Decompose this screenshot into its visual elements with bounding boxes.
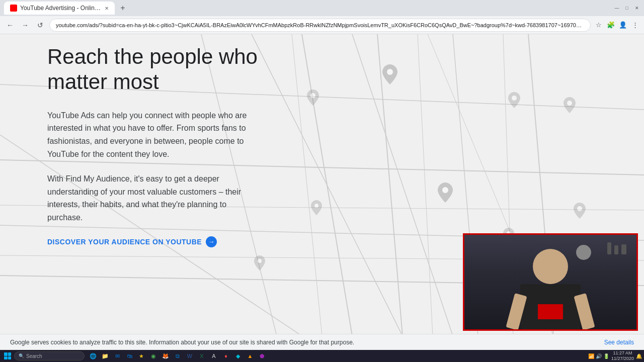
svg-point-19 [310,93,315,98]
refresh-button[interactable]: ↺ [34,19,46,31]
map-pin-7 [574,203,586,219]
win-logo-q3 [4,356,8,360]
tray-battery-icon[interactable]: 🔋 [603,353,609,359]
menu-icon[interactable]: ⋮ [630,20,640,30]
win-logo-q4 [8,356,12,360]
taskbar-search-icon: 🔍 [19,353,24,358]
url-text: youtube.com/ads/?subid=ca-en-ha-yt-bk-c-… [56,22,584,28]
cookie-banner: Google serves cookies to analyze traffic… [0,334,644,350]
taskbar-app-misc1[interactable]: A [208,351,219,361]
cookie-see-details-link[interactable]: See details [604,339,634,346]
windows-taskbar: 🔍 Search 🌐 📁 ✉ 🛍 ★ ◉ 🦊 ⧉ W X A ♦ ◆ ▲ ⬟ 📶… [0,350,644,362]
video-overlay[interactable] [463,233,638,331]
taskbar-app-vscode[interactable]: ⧉ [172,351,183,361]
taskbar-app-word[interactable]: W [184,351,195,361]
taskbar-pinned-apps: 🌐 📁 ✉ 🛍 ★ ◉ 🦊 ⧉ W X A ♦ ◆ ▲ ⬟ [88,351,268,361]
person-silhouette [515,249,586,329]
browser-titlebar: YouTube Advertising - Online V... ✕ + — … [0,0,644,16]
shirt-logo-patch [538,304,563,319]
cta-text: DISCOVER YOUR AUDIENCE ON YOUTUBE [47,238,202,246]
taskbar-time-display: 11:27 AM [613,350,632,356]
address-input[interactable]: youtube.com/ads/?subid=ca-en-ha-yt-bk-c-… [49,19,591,32]
browser-tab[interactable]: YouTube Advertising - Online V... ✕ [4,2,115,15]
taskbar-app-chrome[interactable]: ◉ [148,351,159,361]
svg-point-24 [577,206,582,211]
taskbar-app-excel[interactable]: X [196,351,207,361]
tray-network-icon[interactable]: 📶 [588,353,594,359]
page-content: Reach the people who matter most YouTube… [0,34,644,334]
map-pin-4 [564,97,576,113]
cookie-text: Google serves cookies to analyze traffic… [10,339,600,346]
person-head [533,249,568,284]
profile-icon[interactable]: 👤 [618,20,628,30]
taskbar-app-folder[interactable]: 📁 [100,351,111,361]
taskbar-date-display: 11/27/2020 [611,356,634,361]
person-container [515,249,586,329]
system-tray-icons: 📶 🔊 🔋 [588,353,609,359]
map-pin-2 [307,89,319,106]
new-tab-button[interactable]: + [117,2,129,14]
taskbar-app-misc4[interactable]: ▲ [245,351,256,361]
win-logo-q1 [4,352,8,356]
windows-logo-icon [4,352,11,359]
main-heading: Reach the people who matter most [47,44,262,95]
bookmark-star-icon[interactable]: ☆ [594,20,604,30]
map-pin-1 [382,64,397,84]
taskbar-app-firefox[interactable]: 🦊 [160,351,171,361]
taskbar-search-label: Search [26,353,42,359]
cta-arrow-icon: → [206,236,217,247]
taskbar-system-tray: 📶 🔊 🔋 11:27 AM 11/27/2020 🔔 [588,350,642,361]
minimize-button[interactable]: — [614,5,620,11]
discover-audience-link[interactable]: DISCOVER YOUR AUDIENCE ON YOUTUBE → [47,236,217,247]
svg-point-20 [512,96,517,101]
win-logo-q2 [8,352,12,356]
svg-point-22 [442,187,448,193]
start-button[interactable] [2,351,13,361]
taskbar-app-misc3[interactable]: ◆ [232,351,244,361]
map-pin-6 [311,200,322,215]
content-area: Reach the people who matter most YouTube… [0,34,282,334]
tab-close-button[interactable]: ✕ [105,6,109,11]
address-bar: ← → ↺ youtube.com/ads/?subid=ca-en-ha-yt… [0,16,644,34]
maximize-button[interactable]: □ [624,5,630,11]
taskbar-app-app1[interactable]: ★ [136,351,147,361]
taskbar-app-email[interactable]: ✉ [112,351,123,361]
taskbar-app-store[interactable]: 🛍 [124,351,135,361]
shelf-items [607,242,626,254]
map-pin-3 [508,92,520,108]
taskbar-app-misc5[interactable]: ⬟ [257,351,268,361]
tray-notifications-icon[interactable]: 🔔 [636,353,642,359]
svg-line-9 [292,34,322,334]
taskbar-app-misc2[interactable]: ♦ [220,351,231,361]
tab-label: YouTube Advertising - Online V... [20,5,102,12]
shelf-item-1 [607,242,611,254]
tab-favicon [10,5,17,12]
taskbar-search-box[interactable]: 🔍 Search [14,351,85,360]
svg-line-10 [418,34,433,334]
heading-line1: Reach the people who [47,45,258,68]
heading-line2: matter most [47,70,159,94]
shelf-item-2 [614,245,618,254]
extensions-icon[interactable]: 🧩 [606,20,616,30]
person-body [520,284,581,329]
tray-volume-icon[interactable]: 🔊 [596,353,602,359]
svg-point-21 [567,101,572,106]
svg-line-0 [302,34,352,334]
taskbar-app-ie[interactable]: 🌐 [88,351,99,361]
close-window-button[interactable]: ✕ [634,5,640,11]
back-button[interactable]: ← [4,19,16,31]
body-paragraph-1: YouTube Ads can help you connect with pe… [47,109,262,160]
browser-toolbar-icons: ☆ 🧩 👤 ⋮ [594,20,640,30]
svg-point-18 [387,69,393,75]
shelf-item-3 [621,244,626,254]
window-controls: — □ ✕ [614,5,640,11]
body-paragraph-2: With Find My Audience, it's easy to get … [47,172,262,224]
map-pin-5 [438,183,453,203]
svg-point-23 [314,204,318,208]
forward-button[interactable]: → [19,19,31,31]
taskbar-clock[interactable]: 11:27 AM 11/27/2020 [611,350,634,361]
